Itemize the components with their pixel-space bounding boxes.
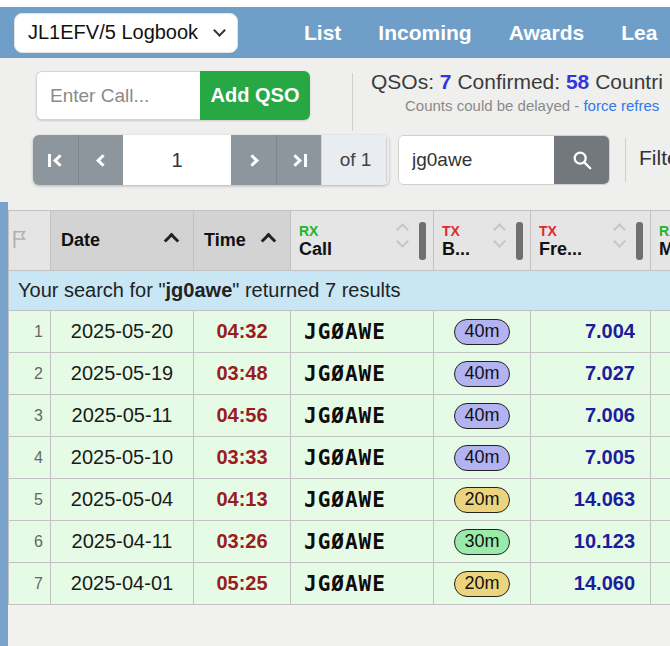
qsos-label: QSOs:	[371, 70, 434, 93]
qso-time: 04:32	[194, 311, 291, 353]
qso-time: 03:26	[194, 521, 291, 563]
flag-icon	[9, 228, 31, 250]
qso-date: 2025-04-11	[51, 521, 194, 563]
column-header-rx-mode[interactable]: RX M	[651, 211, 670, 271]
band-badge: 40m	[454, 403, 509, 429]
column-header-rx-call[interactable]: RX Call	[291, 211, 434, 271]
qso-mode	[651, 353, 670, 395]
delay-note: Counts could be delayed -	[405, 97, 583, 114]
band-badge: 20m	[454, 487, 509, 513]
qso-call: JGØAWE	[291, 563, 434, 605]
page-number-input[interactable]	[123, 135, 231, 185]
qso-call: JGØAWE	[291, 311, 434, 353]
qso-date: 2025-05-20	[51, 311, 194, 353]
qso-call: JGØAWE	[291, 479, 434, 521]
table-row[interactable]: 6 2025-04-11 03:26 JGØAWE 30m 10.123	[9, 521, 670, 563]
last-page-button[interactable]	[276, 135, 321, 185]
nav-item-awards[interactable]: Awards	[509, 21, 584, 45]
logbook-select[interactable]: JL1EFV/5 Logbook	[14, 13, 238, 53]
countries-label: Countri	[595, 70, 663, 93]
table-row[interactable]: 7 2025-04-01 05:25 JGØAWE 20m 14.060	[9, 563, 670, 605]
nav-item-list[interactable]: List	[304, 21, 341, 45]
column-header-tx-band[interactable]: TX B...	[434, 211, 531, 271]
logbook-select-value: JL1EFV/5 Logbook	[28, 21, 198, 44]
row-number: 3	[9, 395, 51, 437]
search-results-banner: Your search for "jg0awe" returned 7 resu…	[9, 271, 670, 311]
stats-line: QSOs: 7 Confirmed: 58 Countri	[371, 70, 670, 94]
stats-note: Counts could be delayed - force refres	[371, 97, 670, 114]
qso-freq: 7.004	[531, 311, 651, 353]
left-accent-strip	[0, 202, 8, 646]
table-row[interactable]: 1 2025-05-20 04:32 JGØAWE 40m 7.004	[9, 311, 670, 353]
qso-call: JGØAWE	[291, 395, 434, 437]
search-icon	[571, 149, 593, 171]
toolbar: Add QSO QSOs: 7 Confirmed: 58 Countri Co…	[0, 58, 670, 210]
qso-date: 2025-05-04	[51, 479, 194, 521]
chevron-left-icon	[96, 154, 109, 167]
column-resize-handle[interactable]	[516, 222, 523, 260]
qso-freq: 7.006	[531, 395, 651, 437]
row-number: 2	[9, 353, 51, 395]
first-page-button[interactable]	[33, 135, 78, 185]
column-header-date[interactable]: Date	[51, 211, 194, 271]
chevron-right-icon	[246, 154, 259, 167]
sort-carets-icon	[615, 225, 624, 246]
band-badge: 40m	[454, 445, 509, 471]
column-resize-handle[interactable]	[419, 222, 426, 260]
column-resize-handle[interactable]	[636, 222, 643, 260]
first-page-icon	[48, 154, 51, 167]
table-row[interactable]: 5 2025-05-04 04:13 JGØAWE 20m 14.063	[9, 479, 670, 521]
qso-call: JGØAWE	[291, 521, 434, 563]
search-input[interactable]	[399, 136, 554, 184]
row-number: 5	[9, 479, 51, 521]
force-refresh-link[interactable]: force refres	[583, 97, 659, 114]
qso-date: 2025-04-01	[51, 563, 194, 605]
qso-time: 03:48	[194, 353, 291, 395]
qso-mode	[651, 437, 670, 479]
prev-page-button[interactable]	[78, 135, 123, 185]
qso-stats: QSOs: 7 Confirmed: 58 Countri Counts cou…	[371, 70, 670, 114]
qso-mode	[651, 563, 670, 605]
qso-time: 03:33	[194, 437, 291, 479]
qso-time: 05:25	[194, 563, 291, 605]
page-count-label: of 1	[321, 135, 389, 185]
filter-button[interactable]: Filte	[639, 146, 670, 170]
chevron-down-icon	[213, 24, 226, 37]
row-number: 1	[9, 311, 51, 353]
row-number: 4	[9, 437, 51, 479]
qso-freq: 7.005	[531, 437, 651, 479]
qso-mode	[651, 395, 670, 437]
row-number: 6	[9, 521, 51, 563]
qso-table: Date Time RX Call	[8, 210, 670, 605]
confirmed-label: Confirmed:	[457, 70, 560, 93]
qso-date: 2025-05-19	[51, 353, 194, 395]
table-row[interactable]: 3 2025-05-11 04:56 JGØAWE 40m 7.006	[9, 395, 670, 437]
add-qso-group: Add QSO	[36, 71, 310, 120]
table-row[interactable]: 4 2025-05-10 03:33 JGØAWE 40m 7.005	[9, 437, 670, 479]
sort-ascending-icon	[164, 233, 180, 249]
column-header-tx-freq[interactable]: TX Fre...	[531, 211, 651, 271]
row-number: 7	[9, 563, 51, 605]
search-button[interactable]	[554, 136, 609, 184]
confirmed-count: 58	[566, 70, 589, 93]
column-header-flag[interactable]	[9, 211, 51, 271]
next-page-button[interactable]	[231, 135, 276, 185]
table-row[interactable]: 2 2025-05-19 03:48 JGØAWE 40m 7.027	[9, 353, 670, 395]
qso-mode	[651, 521, 670, 563]
top-nav-bar: JL1EFV/5 Logbook List Incoming Awards Le…	[0, 7, 670, 58]
nav-item-incoming[interactable]: Incoming	[378, 21, 471, 45]
enter-call-input[interactable]	[36, 71, 200, 120]
qso-table-area: Date Time RX Call	[8, 210, 670, 646]
sort-carets-icon	[495, 225, 504, 246]
qso-freq: 14.060	[531, 563, 651, 605]
band-badge: 40m	[454, 319, 509, 345]
qso-date: 2025-05-11	[51, 395, 194, 437]
last-page-icon	[304, 154, 307, 167]
add-qso-button[interactable]: Add QSO	[200, 71, 310, 120]
divider	[625, 138, 626, 182]
column-header-time[interactable]: Time	[194, 211, 291, 271]
table-header-row: Date Time RX Call	[9, 211, 670, 271]
search-group	[398, 135, 610, 185]
pagination: of 1	[33, 135, 389, 185]
nav-item-leaderboard[interactable]: Lea	[621, 21, 657, 45]
